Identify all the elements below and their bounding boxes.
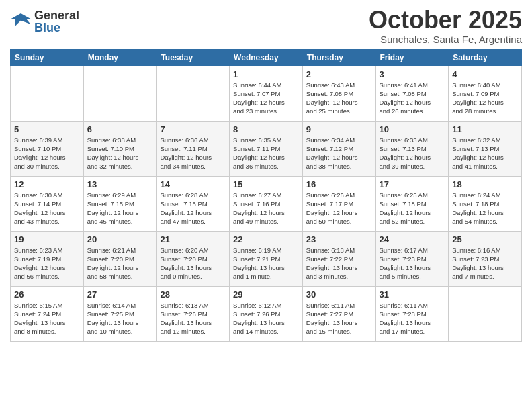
calendar-cell: 15Sunrise: 6:27 AMSunset: 7:16 PMDayligh… xyxy=(230,176,303,231)
day-number: 21 xyxy=(160,234,226,244)
header-saturday: Saturday xyxy=(449,49,522,66)
day-info: Sunrise: 6:25 AMSunset: 7:18 PMDaylight:… xyxy=(380,191,445,226)
logo-icon xyxy=(10,11,32,32)
calendar-cell: 16Sunrise: 6:26 AMSunset: 7:17 PMDayligh… xyxy=(302,176,375,231)
calendar-cell: 1Sunrise: 6:44 AMSunset: 7:07 PMDaylight… xyxy=(230,66,303,121)
calendar-cell xyxy=(449,286,522,341)
title-block: October 2025 Sunchales, Santa Fe, Argent… xyxy=(369,7,522,45)
header-monday: Monday xyxy=(83,49,157,66)
calendar-cell: 8Sunrise: 6:35 AMSunset: 7:11 PMDaylight… xyxy=(230,121,303,176)
calendar-cell: 24Sunrise: 6:17 AMSunset: 7:23 PMDayligh… xyxy=(375,231,449,286)
day-number: 4 xyxy=(452,69,518,79)
page: General Blue October 2025 Sunchales, San… xyxy=(0,0,532,411)
calendar-cell xyxy=(157,66,230,121)
day-number: 3 xyxy=(380,69,445,79)
day-info: Sunrise: 6:38 AMSunset: 7:10 PMDaylight:… xyxy=(87,136,153,171)
calendar-cell: 29Sunrise: 6:12 AMSunset: 7:26 PMDayligh… xyxy=(230,286,303,341)
calendar-header-row: Sunday Monday Tuesday Wednesday Thursday… xyxy=(11,49,522,66)
calendar-cell xyxy=(11,66,84,121)
calendar-cell: 5Sunrise: 6:39 AMSunset: 7:10 PMDaylight… xyxy=(11,121,84,176)
calendar-cell: 4Sunrise: 6:40 AMSunset: 7:09 PMDaylight… xyxy=(449,66,522,121)
day-info: Sunrise: 6:28 AMSunset: 7:15 PMDaylight:… xyxy=(160,191,226,226)
day-number: 22 xyxy=(233,234,299,244)
day-number: 13 xyxy=(87,179,153,189)
calendar-cell: 2Sunrise: 6:43 AMSunset: 7:08 PMDaylight… xyxy=(302,66,375,121)
day-number: 18 xyxy=(452,179,518,189)
day-info: Sunrise: 6:29 AMSunset: 7:15 PMDaylight:… xyxy=(87,191,153,226)
day-info: Sunrise: 6:30 AMSunset: 7:14 PMDaylight:… xyxy=(14,191,80,226)
day-info: Sunrise: 6:24 AMSunset: 7:18 PMDaylight:… xyxy=(452,191,518,226)
header-tuesday: Tuesday xyxy=(157,49,230,66)
calendar-cell: 6Sunrise: 6:38 AMSunset: 7:10 PMDaylight… xyxy=(83,121,157,176)
day-number: 25 xyxy=(452,234,518,244)
logo-text: General Blue xyxy=(34,9,79,34)
calendar-week-2: 12Sunrise: 6:30 AMSunset: 7:14 PMDayligh… xyxy=(11,176,522,231)
svg-marker-1 xyxy=(11,13,31,26)
calendar-week-0: 1Sunrise: 6:44 AMSunset: 7:07 PMDaylight… xyxy=(11,66,522,121)
calendar-week-3: 19Sunrise: 6:23 AMSunset: 7:19 PMDayligh… xyxy=(11,231,522,286)
day-number: 27 xyxy=(87,289,153,300)
day-info: Sunrise: 6:32 AMSunset: 7:13 PMDaylight:… xyxy=(452,136,518,171)
day-number: 26 xyxy=(14,289,80,300)
day-info: Sunrise: 6:43 AMSunset: 7:08 PMDaylight:… xyxy=(306,81,372,116)
calendar-cell: 19Sunrise: 6:23 AMSunset: 7:19 PMDayligh… xyxy=(11,231,84,286)
calendar-cell: 14Sunrise: 6:28 AMSunset: 7:15 PMDayligh… xyxy=(157,176,230,231)
calendar-cell: 12Sunrise: 6:30 AMSunset: 7:14 PMDayligh… xyxy=(11,176,84,231)
day-info: Sunrise: 6:15 AMSunset: 7:24 PMDaylight:… xyxy=(14,301,80,336)
calendar-cell: 13Sunrise: 6:29 AMSunset: 7:15 PMDayligh… xyxy=(83,176,157,231)
day-number: 15 xyxy=(233,179,299,189)
day-info: Sunrise: 6:17 AMSunset: 7:23 PMDaylight:… xyxy=(380,246,445,281)
day-info: Sunrise: 6:11 AMSunset: 7:27 PMDaylight:… xyxy=(306,301,372,336)
day-number: 8 xyxy=(233,124,299,134)
day-info: Sunrise: 6:33 AMSunset: 7:13 PMDaylight:… xyxy=(380,136,445,171)
calendar-cell: 10Sunrise: 6:33 AMSunset: 7:13 PMDayligh… xyxy=(375,121,449,176)
day-info: Sunrise: 6:41 AMSunset: 7:08 PMDaylight:… xyxy=(380,81,445,116)
day-number: 12 xyxy=(14,179,80,189)
calendar-cell: 27Sunrise: 6:14 AMSunset: 7:25 PMDayligh… xyxy=(83,286,157,341)
calendar-cell: 31Sunrise: 6:11 AMSunset: 7:28 PMDayligh… xyxy=(375,286,449,341)
calendar-cell: 17Sunrise: 6:25 AMSunset: 7:18 PMDayligh… xyxy=(375,176,449,231)
logo-general-text: General xyxy=(34,9,79,21)
day-number: 30 xyxy=(306,289,372,300)
calendar-week-1: 5Sunrise: 6:39 AMSunset: 7:10 PMDaylight… xyxy=(11,121,522,176)
day-info: Sunrise: 6:21 AMSunset: 7:20 PMDaylight:… xyxy=(87,246,153,281)
calendar-cell: 26Sunrise: 6:15 AMSunset: 7:24 PMDayligh… xyxy=(11,286,84,341)
logo-blue-text: Blue xyxy=(34,21,79,34)
calendar-cell: 21Sunrise: 6:20 AMSunset: 7:20 PMDayligh… xyxy=(157,231,230,286)
calendar-table: Sunday Monday Tuesday Wednesday Thursday… xyxy=(10,49,522,342)
location: Sunchales, Santa Fe, Argentina xyxy=(369,34,522,45)
day-number: 5 xyxy=(14,124,80,134)
day-number: 28 xyxy=(160,289,226,300)
calendar-cell: 20Sunrise: 6:21 AMSunset: 7:20 PMDayligh… xyxy=(83,231,157,286)
day-info: Sunrise: 6:13 AMSunset: 7:26 PMDaylight:… xyxy=(160,301,226,336)
day-number: 16 xyxy=(306,179,372,189)
header-sunday: Sunday xyxy=(11,49,84,66)
calendar-cell: 23Sunrise: 6:18 AMSunset: 7:22 PMDayligh… xyxy=(302,231,375,286)
day-number: 1 xyxy=(233,69,299,79)
day-info: Sunrise: 6:14 AMSunset: 7:25 PMDaylight:… xyxy=(87,301,153,336)
day-info: Sunrise: 6:27 AMSunset: 7:16 PMDaylight:… xyxy=(233,191,299,226)
day-info: Sunrise: 6:39 AMSunset: 7:10 PMDaylight:… xyxy=(14,136,80,171)
calendar-cell: 22Sunrise: 6:19 AMSunset: 7:21 PMDayligh… xyxy=(230,231,303,286)
calendar-cell: 25Sunrise: 6:16 AMSunset: 7:23 PMDayligh… xyxy=(449,231,522,286)
day-info: Sunrise: 6:23 AMSunset: 7:19 PMDaylight:… xyxy=(14,246,80,281)
calendar-cell: 9Sunrise: 6:34 AMSunset: 7:12 PMDaylight… xyxy=(302,121,375,176)
calendar-week-4: 26Sunrise: 6:15 AMSunset: 7:24 PMDayligh… xyxy=(11,286,522,341)
calendar-cell: 3Sunrise: 6:41 AMSunset: 7:08 PMDaylight… xyxy=(375,66,449,121)
day-info: Sunrise: 6:35 AMSunset: 7:11 PMDaylight:… xyxy=(233,136,299,171)
calendar-cell: 7Sunrise: 6:36 AMSunset: 7:11 PMDaylight… xyxy=(157,121,230,176)
calendar-cell: 18Sunrise: 6:24 AMSunset: 7:18 PMDayligh… xyxy=(449,176,522,231)
header: General Blue October 2025 Sunchales, San… xyxy=(10,7,522,45)
day-number: 24 xyxy=(380,234,445,244)
header-wednesday: Wednesday xyxy=(230,49,303,66)
day-info: Sunrise: 6:34 AMSunset: 7:12 PMDaylight:… xyxy=(306,136,372,171)
day-number: 19 xyxy=(14,234,80,244)
header-thursday: Thursday xyxy=(302,49,375,66)
calendar-cell: 28Sunrise: 6:13 AMSunset: 7:26 PMDayligh… xyxy=(157,286,230,341)
day-number: 20 xyxy=(87,234,153,244)
logo: General Blue xyxy=(10,9,79,34)
day-number: 17 xyxy=(380,179,445,189)
month-title: October 2025 xyxy=(369,7,522,34)
day-info: Sunrise: 6:26 AMSunset: 7:17 PMDaylight:… xyxy=(306,191,372,226)
day-info: Sunrise: 6:11 AMSunset: 7:28 PMDaylight:… xyxy=(380,301,445,336)
